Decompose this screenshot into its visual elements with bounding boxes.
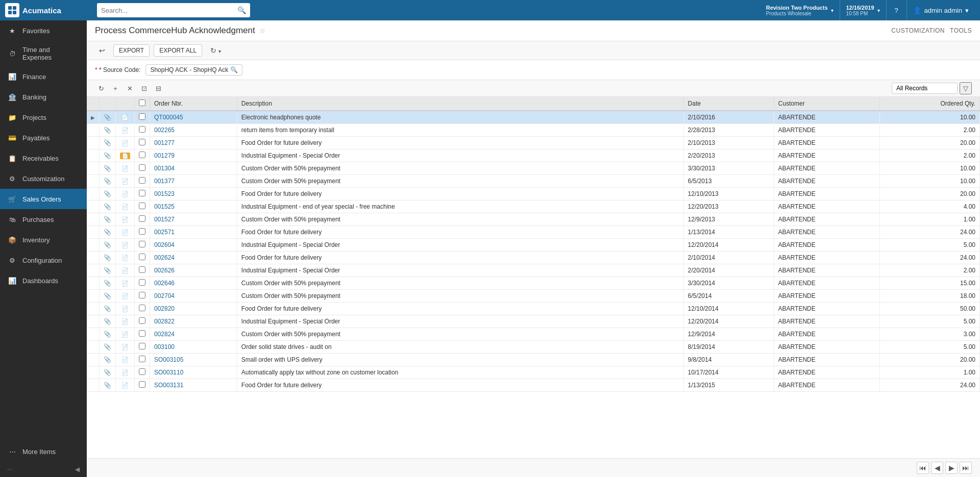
row-check-cell[interactable] [135, 379, 150, 392]
row-check-cell[interactable] [135, 137, 150, 149]
row-check-cell[interactable] [135, 252, 150, 264]
source-code-search-icon[interactable]: 🔍 [230, 66, 238, 73]
table-row[interactable]: 📎 📄 003100 Order solid state drives - au… [87, 341, 980, 354]
grid-delete-button[interactable]: ✕ [124, 82, 136, 94]
table-row[interactable]: 📎 📄 001304 Custom Order with 50% prepaym… [87, 162, 980, 175]
sidebar-item-banking[interactable]: 🏦 Banking [0, 87, 87, 107]
records-select[interactable]: All Records Selected Records Unprocessed [892, 83, 958, 94]
table-row[interactable]: 📎 📄 002822 Industrial Equipment - Specia… [87, 315, 980, 328]
table-row[interactable]: 📎 📄 001523 Food Order for future deliver… [87, 188, 980, 200]
select-all-checkbox[interactable] [139, 99, 145, 106]
search-box[interactable]: 🔍 [97, 3, 250, 17]
sidebar-item-projects[interactable]: 📁 Projects [0, 107, 87, 128]
sidebar-item-dashboards[interactable]: 📊 Dashboards [0, 270, 87, 291]
sidebar-item-payables[interactable]: 💳 Payables [0, 128, 87, 148]
row-checkbox[interactable] [139, 356, 145, 362]
prev-page-button[interactable]: ◀ [931, 462, 943, 474]
table-row[interactable]: 📎 📄 002624 Food Order for future deliver… [87, 252, 980, 264]
row-checkbox[interactable] [139, 330, 145, 337]
row-check-cell[interactable] [135, 315, 150, 328]
row-check-cell[interactable] [135, 277, 150, 290]
row-check-cell[interactable] [135, 366, 150, 379]
table-row[interactable]: 📎 📄 002824 Custom Order with 50% prepaym… [87, 328, 980, 341]
col-check-all[interactable] [135, 97, 150, 111]
row-checkbox[interactable] [139, 279, 145, 286]
sidebar-item-inventory[interactable]: 📦 Inventory [0, 230, 87, 250]
table-row[interactable]: ▶ 📎 📄 QT000045 Electronic headphones quo… [87, 111, 980, 124]
row-checkbox[interactable] [139, 266, 145, 273]
table-row[interactable]: 📎 📄 001527 Custom Order with 50% prepaym… [87, 213, 980, 226]
table-row[interactable]: 📎 📄 002704 Custom Order with 50% prepaym… [87, 290, 980, 303]
row-checkbox[interactable] [139, 368, 145, 375]
row-check-cell[interactable] [135, 124, 150, 137]
table-row[interactable]: 📎 📄 002820 Food Order for future deliver… [87, 303, 980, 315]
row-check-cell[interactable] [135, 226, 150, 239]
table-row[interactable]: 📎 📄 SO003110 Automatically apply tax wit… [87, 366, 980, 379]
row-check-cell[interactable] [135, 328, 150, 341]
row-checkbox[interactable] [139, 152, 145, 158]
help-button[interactable]: ? [887, 0, 907, 20]
row-checkbox[interactable] [139, 317, 145, 324]
row-check-cell[interactable] [135, 111, 150, 124]
row-check-cell[interactable] [135, 188, 150, 200]
table-row[interactable]: 📎 📄 001525 Industrial Equipment - end of… [87, 200, 980, 213]
row-check-cell[interactable] [135, 239, 150, 252]
source-code-field[interactable]: ShopHQ ACK - ShopHQ Ack 🔍 [145, 64, 242, 76]
user-button[interactable]: 👤 admin admin ▾ [907, 0, 975, 20]
row-check-cell[interactable] [135, 175, 150, 188]
sidebar-item-sales-orders[interactable]: 🛒 Sales Orders [0, 189, 87, 209]
logo-area[interactable]: Acumatica [5, 3, 92, 17]
revision-dropdown[interactable]: Revision Two Products Products Wholesale… [760, 0, 840, 20]
row-checkbox[interactable] [139, 343, 145, 349]
row-checkbox[interactable] [139, 126, 145, 133]
row-check-cell[interactable] [135, 213, 150, 226]
table-row[interactable]: 📎 📄 001279 Industrial Equipment - Specia… [87, 149, 980, 162]
customization-btn[interactable]: CUSTOMIZATION [891, 27, 945, 34]
row-checkbox[interactable] [139, 292, 145, 298]
row-checkbox[interactable] [139, 381, 145, 388]
grid-add-button[interactable]: + [109, 82, 121, 94]
row-check-cell[interactable] [135, 290, 150, 303]
favorite-icon[interactable]: ☆ [259, 27, 266, 35]
sidebar-item-favorites[interactable]: ★ Favorites [0, 20, 87, 41]
row-checkbox[interactable] [139, 203, 145, 209]
grid-export-button[interactable]: ⊟ [152, 82, 164, 94]
sidebar-collapse-btn[interactable]: ◀ [75, 466, 80, 473]
row-checkbox[interactable] [139, 228, 145, 235]
row-check-cell[interactable] [135, 149, 150, 162]
row-check-cell[interactable] [135, 354, 150, 366]
table-row[interactable]: 📎 📄 002571 Food Order for future deliver… [87, 226, 980, 239]
row-checkbox[interactable] [139, 113, 145, 120]
first-page-button[interactable]: ⏮ [917, 462, 929, 474]
table-row[interactable]: 📎 📄 002604 Industrial Equipment - Specia… [87, 239, 980, 252]
row-checkbox[interactable] [139, 215, 145, 222]
filter-button[interactable]: ▽ [960, 82, 972, 94]
table-row[interactable]: 📎 📄 SO003131 Food Order for future deliv… [87, 379, 980, 392]
row-checkbox[interactable] [139, 305, 145, 311]
last-page-button[interactable]: ⏭ [960, 462, 972, 474]
sidebar-item-customization[interactable]: ⚙ Customization [0, 168, 87, 189]
table-row[interactable]: 📎 📄 SO003105 Small order with UPS delive… [87, 354, 980, 366]
grid-refresh-button[interactable]: ↻ [95, 82, 107, 94]
row-check-cell[interactable] [135, 264, 150, 277]
row-checkbox[interactable] [139, 241, 145, 247]
sidebar-item-configuration[interactable]: ⚙ Configuration [0, 250, 87, 270]
grid-fit-button[interactable]: ⊡ [138, 82, 150, 94]
row-check-cell[interactable] [135, 162, 150, 175]
export-all-button[interactable]: EXPORT ALL [154, 44, 202, 57]
table-row[interactable]: 📎 📄 002265 return items from temporary i… [87, 124, 980, 137]
row-checkbox[interactable] [139, 177, 145, 184]
search-input[interactable] [101, 7, 237, 14]
table-row[interactable]: 📎 📄 002646 Custom Order with 50% prepaym… [87, 277, 980, 290]
tools-btn[interactable]: TOOLS [950, 27, 972, 34]
sidebar-item-purchases[interactable]: 🛍 Purchases [0, 209, 87, 230]
row-checkbox[interactable] [139, 254, 145, 260]
row-checkbox[interactable] [139, 139, 145, 145]
table-row[interactable]: 📎 📄 001377 Custom Order with 50% prepaym… [87, 175, 980, 188]
sidebar-item-receivables[interactable]: 📋 Receivables [0, 148, 87, 168]
row-check-cell[interactable] [135, 200, 150, 213]
sidebar-item-more-items[interactable]: ⋯ More Items [0, 441, 87, 462]
sidebar-item-time-expenses[interactable]: ⏱ Time and Expenses [0, 41, 87, 66]
row-check-cell[interactable] [135, 341, 150, 354]
row-check-cell[interactable] [135, 303, 150, 315]
